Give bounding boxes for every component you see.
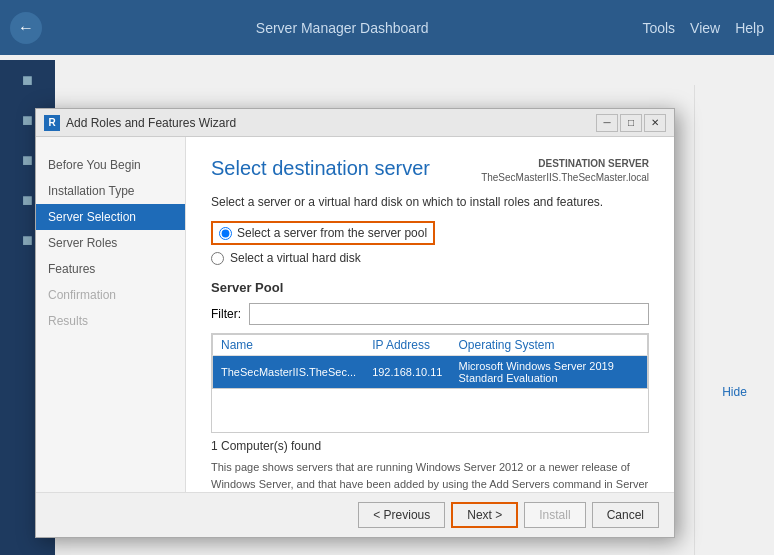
radio-highlighted-box: Select a server from the server pool — [211, 221, 435, 245]
wizard-dialog: R Add Roles and Features Wizard ─ □ ✕ Be… — [35, 108, 675, 538]
nav-features[interactable]: Features — [36, 256, 185, 282]
cell-name: TheSecMasterIIS.TheSec... — [213, 356, 365, 389]
previous-button[interactable]: < Previous — [358, 502, 445, 528]
maximize-button[interactable]: □ — [620, 114, 642, 132]
nav-results: Results — [36, 308, 185, 334]
help-menu[interactable]: Help — [735, 20, 764, 36]
dialog-icon-text: R — [48, 117, 55, 128]
filter-input[interactable] — [249, 303, 649, 325]
close-button[interactable]: ✕ — [644, 114, 666, 132]
next-button[interactable]: Next > — [451, 502, 518, 528]
dialog-titlebar: R Add Roles and Features Wizard ─ □ ✕ — [36, 109, 674, 137]
destination-label: DESTINATION SERVER — [481, 157, 649, 171]
server-pool-label: Server Pool — [211, 280, 649, 295]
radio-vhd[interactable] — [211, 252, 224, 265]
hide-button[interactable]: Hide — [722, 385, 747, 399]
col-ip: IP Address — [364, 335, 450, 356]
server-pool-section: Server Pool Filter: Name IP Address Oper… — [211, 280, 649, 492]
minimize-button[interactable]: ─ — [596, 114, 618, 132]
dialog-title: Add Roles and Features Wizard — [66, 116, 590, 130]
col-name: Name — [213, 335, 365, 356]
found-count: 1 Computer(s) found — [211, 439, 649, 453]
nav-before-you-begin[interactable]: Before You Begin — [36, 152, 185, 178]
dialog-icon: R — [44, 115, 60, 131]
cell-os: Microsoft Windows Server 2019 Standard E… — [450, 356, 647, 389]
radio-server-pool[interactable] — [219, 227, 232, 240]
cancel-button[interactable]: Cancel — [592, 502, 659, 528]
nav-installation-type[interactable]: Installation Type — [36, 178, 185, 204]
server-table: Name IP Address Operating System TheSecM… — [212, 334, 648, 389]
radio-option-server-pool[interactable]: Select a server from the server pool — [211, 221, 649, 245]
radio-server-pool-label: Select a server from the server pool — [237, 226, 427, 240]
page-title: Select destination server — [211, 157, 430, 180]
destination-value: TheSecMasterIIS.TheSecMaster.local — [481, 171, 649, 185]
dialog-content: Before You Begin Installation Type Serve… — [36, 137, 674, 492]
tools-menu[interactable]: Tools — [642, 20, 675, 36]
server-table-container: Name IP Address Operating System TheSecM… — [211, 333, 649, 433]
description-text: This page shows servers that are running… — [211, 459, 649, 492]
wizard-nav: Before You Begin Installation Type Serve… — [36, 137, 186, 492]
filter-row: Filter: — [211, 303, 649, 325]
toolbar-icons: Tools View Help — [642, 20, 764, 36]
install-button[interactable]: Install — [524, 502, 585, 528]
wizard-main-content: Select destination server DESTINATION SE… — [186, 137, 674, 492]
destination-server-info: DESTINATION SERVER TheSecMasterIIS.TheSe… — [481, 157, 649, 185]
dialog-window-controls: ─ □ ✕ — [596, 114, 666, 132]
app-title: Server Manager Dashboard — [57, 20, 627, 36]
nav-server-roles[interactable]: Server Roles — [36, 230, 185, 256]
dialog-footer: < Previous Next > Install Cancel — [36, 492, 674, 537]
cell-ip: 192.168.10.11 — [364, 356, 450, 389]
right-panel: Hide — [694, 85, 774, 555]
filter-label: Filter: — [211, 307, 241, 321]
nav-confirmation: Confirmation — [36, 282, 185, 308]
sidebar-item-dashboard[interactable]: ■ — [0, 60, 55, 100]
nav-server-selection[interactable]: Server Selection — [36, 204, 185, 230]
wizard-subtitle: Select a server or a virtual hard disk o… — [211, 195, 649, 209]
view-menu[interactable]: View — [690, 20, 720, 36]
radio-vhd-label: Select a virtual hard disk — [230, 251, 361, 265]
table-row[interactable]: TheSecMasterIIS.TheSec... 192.168.10.11 … — [213, 356, 648, 389]
col-os: Operating System — [450, 335, 647, 356]
back-button[interactable]: ← — [10, 12, 42, 44]
radio-option-vhd[interactable]: Select a virtual hard disk — [211, 251, 649, 265]
top-bar: ← Server Manager Dashboard Tools View He… — [0, 0, 774, 55]
